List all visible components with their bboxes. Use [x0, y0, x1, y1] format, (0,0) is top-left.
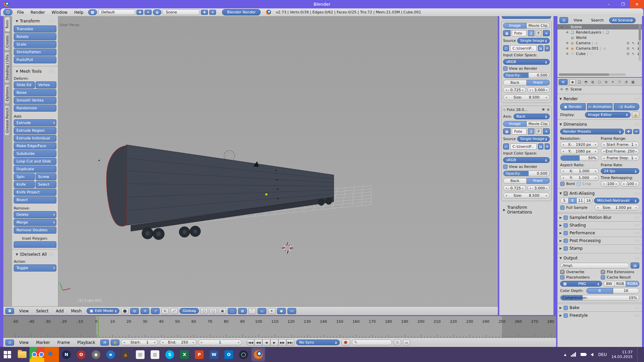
time-old-field[interactable]: ◂:100▸: [601, 181, 620, 187]
deselect-panel-header[interactable]: ▼(De)select All::::: [14, 251, 56, 258]
taskbar-icon[interactable]: ▤: [133, 347, 148, 362]
tab-data[interactable]: ▽: [616, 79, 623, 85]
tool-button[interactable]: Shrink/Fatten: [14, 49, 56, 56]
reload-image-button[interactable]: ⟳: [545, 143, 550, 149]
jump-start-button[interactable]: |◀◀: [246, 339, 254, 346]
rotate-manipulator-icon[interactable]: ↻: [161, 308, 169, 314]
screen-layout-icon[interactable]: ▦: [88, 9, 97, 15]
render-engine-select[interactable]: Blender Render: [222, 9, 261, 15]
unlink-image-button[interactable]: ✕: [543, 128, 550, 134]
outliner-editor-icon[interactable]: ☰: [559, 17, 568, 23]
viewport-shading-select[interactable]: ⬤: [121, 308, 128, 314]
tool-button[interactable]: Noise: [14, 89, 56, 96]
viewport-menu-item[interactable]: Mesh: [68, 308, 85, 314]
image-tab-2[interactable]: Image: [503, 121, 527, 127]
crop-checkbox[interactable]: [577, 182, 581, 186]
outliner-item-camera001[interactable]: ⊕◉Camera.001|◉ ⊙↖▣: [557, 46, 642, 51]
unlink-image-button[interactable]: ✕: [543, 30, 550, 36]
tool-button[interactable]: Scale: [14, 41, 56, 48]
visibility-eye-icon[interactable]: ⊙: [627, 47, 629, 50]
resolution-percent-slider[interactable]: 50%: [560, 155, 599, 161]
proportional-edit-icon[interactable]: ◍: [238, 308, 247, 314]
start-frame-field[interactable]: ◂Start Frame:1▸: [601, 142, 639, 147]
front-button[interactable]: Front: [527, 178, 550, 184]
render-presets-select[interactable]: Render Presets▲ ▼: [560, 129, 624, 134]
end-frame-field[interactable]: ◂End:250▸: [160, 340, 197, 345]
collapsed-panel-header[interactable]: ▶Stamp::::: [557, 244, 642, 252]
render-panel-header[interactable]: ▼Render::::: [557, 95, 642, 103]
tool-button[interactable]: Make Edge/Face: [14, 142, 56, 149]
source-select-2[interactable]: Single Image▲ ▼: [517, 136, 550, 142]
viewport-menu-item[interactable]: Select: [33, 308, 52, 314]
size-field-2[interactable]: ◂Size:8.500▸: [503, 193, 550, 198]
selectable-arrow-icon[interactable]: ↖: [632, 52, 635, 56]
output-path-field[interactable]: /tmp\: [560, 263, 629, 268]
preset-remove-button[interactable]: ━: [633, 129, 639, 134]
tool-button[interactable]: Extrude: [14, 119, 56, 126]
selectable-arrow-icon[interactable]: ↖: [632, 47, 635, 50]
back-button[interactable]: Back: [503, 80, 527, 85]
menu-item[interactable]: File: [14, 9, 27, 15]
menu-item[interactable]: Help: [71, 9, 87, 15]
tool-button[interactable]: Knife: [14, 181, 35, 188]
sync-select[interactable]: No Sync▲ ▼: [296, 340, 340, 345]
offset-x-field[interactable]: ◂: 0.725▸: [503, 87, 526, 93]
eye-icon[interactable]: 👁: [542, 108, 545, 112]
layout-add-button[interactable]: ✚: [137, 10, 143, 15]
outliner-item-renderlayers[interactable]: ⊕❑RenderLayers|❑: [557, 29, 642, 35]
record-button[interactable]: [341, 339, 350, 346]
timeline-ruler[interactable]: -50-40-30-20-100102030405060708090100110…: [3, 316, 556, 338]
image-icon[interactable]: ▦: [503, 128, 511, 134]
viewport-menu-item[interactable]: View: [16, 308, 32, 314]
timeline-editor-icon[interactable]: ◷: [5, 340, 14, 346]
back-button[interactable]: Back: [503, 178, 527, 184]
open-image-button[interactable]: ▤: [538, 143, 543, 149]
snap-element-icon[interactable]: ⚏: [258, 308, 266, 314]
tool-button[interactable]: Knife Project: [14, 189, 56, 196]
taskbar-icon[interactable]: O: [221, 347, 236, 362]
opacity-slider[interactable]: Opacity:0.500: [503, 72, 550, 78]
scene-icon[interactable]: ◍: [153, 9, 162, 15]
tool-button[interactable]: Translate: [14, 25, 56, 33]
render-anim-icon[interactable]: ▭: [287, 308, 296, 314]
taskbar-icon[interactable]: X: [177, 347, 192, 362]
menu-item[interactable]: Render: [27, 9, 48, 15]
visibility-eye-icon[interactable]: ⊙: [627, 52, 629, 56]
axis-select[interactable]: Back▲ ▼: [514, 114, 550, 119]
translate-manipulator-icon[interactable]: ↗: [151, 308, 160, 314]
tool-button[interactable]: Duplicate: [14, 166, 56, 173]
color-depth-button[interactable]: 16: [613, 288, 640, 294]
taskbar-icon[interactable]: O: [74, 347, 89, 362]
tab-render-layers[interactable]: ❑: [576, 79, 582, 85]
image-path-field[interactable]: C:\Users\P...: [510, 143, 537, 149]
tab-scene[interactable]: ◓: [583, 79, 589, 85]
tab-constraints[interactable]: ⧉: [603, 79, 609, 85]
layer-2-icon[interactable]: ▢: [210, 308, 217, 314]
image-users-button[interactable]: 2: [528, 128, 534, 134]
scene-delete-button[interactable]: ✕: [209, 10, 216, 15]
aa-sample-button[interactable]: 11: [577, 198, 585, 203]
outliner-display-select[interactable]: All Scenes▲ ▼: [609, 17, 636, 23]
output-panel-header[interactable]: ▼Output::::: [557, 254, 642, 262]
resolution-x-field[interactable]: ◂X:1920 px▸: [560, 142, 599, 147]
network-icon[interactable]: [571, 352, 576, 357]
file-extensions-checkbox[interactable]: [601, 270, 605, 274]
collapsed-panel-header[interactable]: ▶Freestyle::::: [557, 311, 642, 319]
tool-button[interactable]: Merge: [14, 219, 56, 226]
overwrite-checkbox[interactable]: [560, 270, 565, 274]
aa-sample-button[interactable]: 16: [585, 198, 593, 203]
panel-checkbox[interactable]: [564, 216, 568, 220]
insert-keyframe-icon[interactable]: ⚿: [394, 340, 401, 346]
size-field[interactable]: ◂Size:8.500▸: [503, 95, 550, 100]
dimensions-panel-header[interactable]: ▼Dimensions::::: [557, 121, 642, 128]
panel-checkbox[interactable]: [564, 239, 568, 243]
offset-x-field-2[interactable]: ◂: 0.725▸: [503, 185, 526, 191]
compression-slider[interactable]: Compression:15%: [560, 295, 639, 301]
toolshelf-tab[interactable]: Shading / UVs: [4, 52, 10, 83]
timeline-menu-item[interactable]: Marker: [33, 340, 53, 346]
current-frame-field[interactable]: ◂1▸: [198, 340, 242, 345]
tab-modifiers[interactable]: ✶: [610, 79, 616, 85]
render-audio-button[interactable]: ◁)Audio: [614, 103, 639, 110]
outliner-view-menu[interactable]: View: [570, 17, 586, 23]
antialiasing-panel-header[interactable]: ▼Anti-Aliasing::::: [557, 190, 642, 197]
